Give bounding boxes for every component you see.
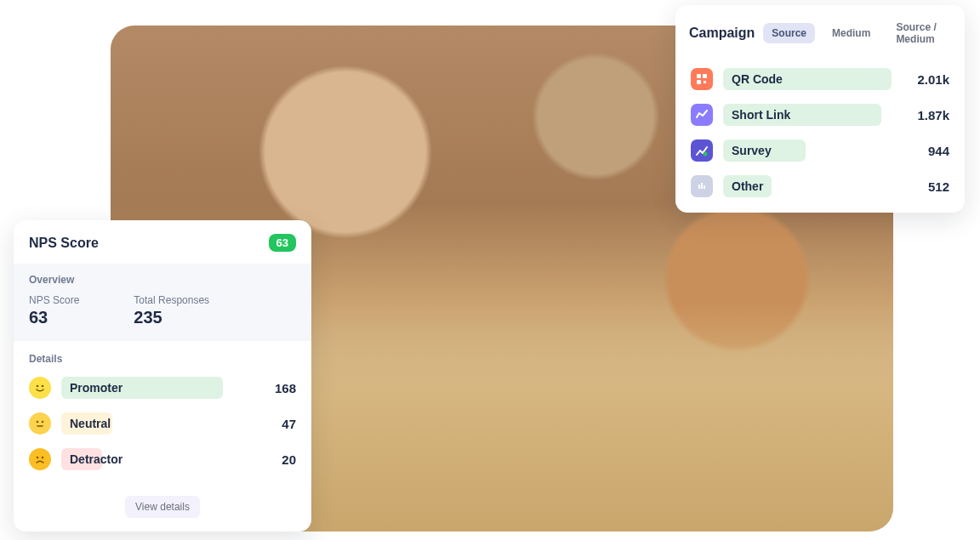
responses-label: Total Responses — [134, 294, 209, 306]
promoter-value: 168 — [255, 381, 296, 395]
qrcode-bar: QR Code — [723, 68, 892, 90]
detractor-bar: Detractor — [61, 448, 102, 470]
campaign-row-survey: Survey 944 — [689, 133, 951, 168]
survey-value: 944 — [905, 144, 949, 158]
svg-rect-14 — [704, 185, 705, 189]
details-label: Details — [29, 353, 296, 365]
svg-point-11 — [704, 152, 708, 156]
svg-rect-13 — [701, 183, 703, 189]
svg-point-0 — [37, 385, 39, 388]
detail-row-neutral: Neutral 47 — [29, 412, 296, 435]
shortlink-label: Short Link — [732, 108, 790, 122]
detractor-label: Detractor — [70, 452, 122, 466]
other-label: Other — [732, 179, 763, 193]
other-icon — [691, 175, 713, 197]
detail-row-promoter: Promoter 168 — [29, 377, 296, 399]
neutral-face-icon — [29, 412, 51, 435]
shortlink-bar: Short Link — [723, 104, 881, 126]
other-value: 512 — [905, 179, 949, 194]
svg-point-5 — [37, 457, 39, 459]
nps-score-badge: 63 — [269, 234, 296, 252]
svg-point-1 — [42, 385, 44, 388]
svg-rect-12 — [698, 185, 700, 189]
nps-title: NPS Score — [29, 236, 99, 251]
neutral-bar: Neutral — [61, 412, 112, 435]
promoter-label: Promoter — [70, 381, 122, 395]
svg-point-3 — [42, 421, 44, 423]
svg-rect-10 — [704, 81, 706, 83]
nps-score-metric: NPS Score 63 — [29, 294, 79, 327]
smile-icon — [29, 377, 51, 399]
qrcode-label: QR Code — [732, 72, 783, 86]
nps-score-card: NPS Score 63 Overview NPS Score 63 Total… — [14, 220, 311, 531]
survey-icon — [691, 139, 713, 162]
svg-rect-8 — [703, 74, 707, 78]
survey-bar: Survey — [723, 139, 806, 162]
other-bar: Other — [723, 175, 772, 197]
shortlink-value: 1.87k — [905, 108, 949, 122]
svg-rect-9 — [697, 80, 701, 84]
nps-score-value: 63 — [29, 308, 79, 327]
detractor-value: 20 — [255, 452, 296, 467]
frown-icon — [29, 448, 51, 470]
tab-source[interactable]: Source — [763, 23, 815, 43]
nps-overview: Overview NPS Score 63 Total Responses 23… — [14, 264, 311, 341]
neutral-value: 47 — [255, 417, 296, 431]
responses-value: 235 — [134, 308, 209, 327]
nps-responses-metric: Total Responses 235 — [134, 294, 209, 327]
campaign-row-other: Other 512 — [689, 168, 951, 204]
campaign-title: Campaign — [689, 26, 755, 41]
qr-code-icon — [691, 68, 713, 90]
short-link-icon — [691, 104, 713, 126]
campaign-header: Campaign Source Medium Source / Medium — [689, 17, 951, 49]
svg-point-2 — [37, 421, 39, 423]
campaign-card: Campaign Source Medium Source / Medium Q… — [675, 5, 965, 213]
svg-rect-7 — [697, 74, 701, 78]
nps-score-label: NPS Score — [29, 294, 79, 306]
nps-details: Details Promoter 168 Neutral 47 — [14, 341, 311, 494]
tab-medium[interactable]: Medium — [823, 23, 879, 43]
nps-header: NPS Score 63 — [14, 220, 311, 264]
svg-point-6 — [42, 457, 44, 459]
campaign-row-qrcode: QR Code 2.01k — [689, 61, 951, 97]
tab-source-medium[interactable]: Source / Medium — [887, 17, 951, 49]
qrcode-value: 2.01k — [905, 72, 949, 87]
view-details-button[interactable]: View details — [125, 496, 200, 518]
campaign-row-shortlink: Short Link 1.87k — [689, 97, 951, 133]
promoter-bar: Promoter — [61, 377, 223, 399]
overview-label: Overview — [29, 274, 296, 286]
survey-label: Survey — [732, 144, 772, 157]
neutral-label: Neutral — [70, 417, 111, 430]
detail-row-detractor: Detractor 20 — [29, 448, 296, 470]
